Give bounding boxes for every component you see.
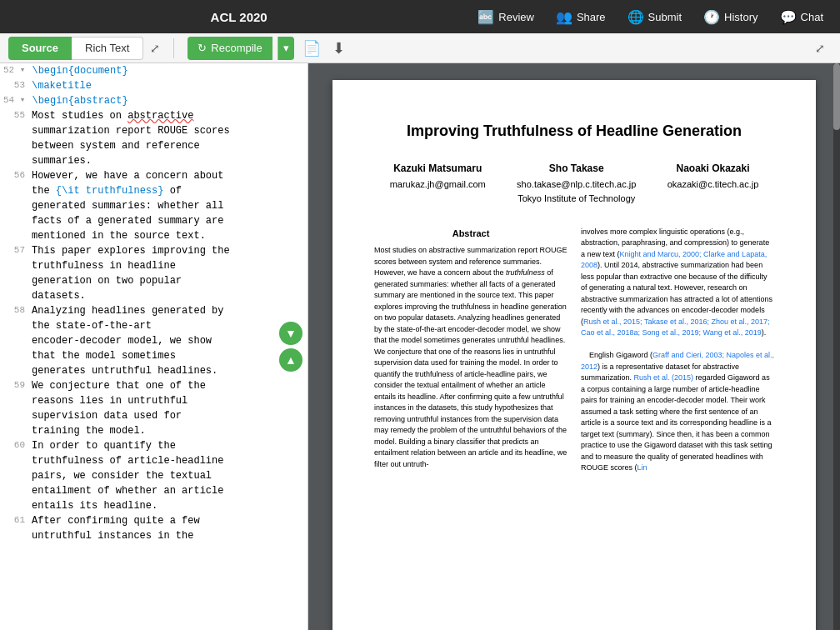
line-number: 59 [0, 378, 32, 438]
line-text: \maketitle [32, 78, 308, 93]
history-button[interactable]: 🕐 History [695, 6, 766, 28]
submit-label: Submit [648, 11, 682, 23]
author-2-name: Sho Takase [517, 161, 636, 177]
recompile-icon: ↻ [198, 42, 207, 54]
line-text: We conjecture that one of the reasons li… [32, 378, 308, 438]
author-2: Sho Takase sho.takase@nlp.c.titech.ac.jp… [517, 161, 636, 206]
author-3-email: okazaki@c.titech.ac.jp [668, 178, 759, 192]
source-line: 61After confirming quite a few untruthfu… [0, 513, 308, 543]
review-label: Review [498, 11, 534, 23]
source-line: 60In order to quantify the truthfulness … [0, 438, 308, 513]
line-number: 61 [0, 513, 32, 543]
source-editor[interactable]: 52 ▾\begin{document}53\maketitle54 ▾\beg… [0, 63, 308, 630]
history-label: History [724, 11, 758, 23]
abstract-left-text: Most studies on abstractive summarizatio… [374, 245, 568, 470]
pdf-panel: Improving Truthfulness of Headline Gener… [308, 63, 840, 630]
new-file-button[interactable]: 📄 [299, 36, 324, 61]
pdf-scrollbar[interactable] [833, 63, 840, 630]
nav-buttons: 🔤 Review 👥 Share 🌐 Submit 🕐 History 💬 Ch… [469, 6, 832, 28]
history-icon: 🕐 [703, 9, 720, 25]
app-title: ACL 2020 [8, 10, 469, 24]
main-content: 52 ▾\begin{document}53\maketitle54 ▾\beg… [0, 63, 840, 630]
tab-richtext[interactable]: Rich Text [72, 37, 143, 60]
author-2-email: sho.takase@nlp.c.titech.ac.jp [517, 178, 636, 192]
line-text: \begin{abstract} [32, 93, 308, 108]
line-number: 55 [0, 108, 32, 168]
submit-icon: 🌐 [628, 9, 644, 25]
authors-section: Kazuki Matsumaru marukaz.jh@gmail.com Sh… [374, 161, 774, 206]
compile-section: ↻ Recompile ▾ 📄 ⬇ ⤢ [179, 36, 840, 61]
recompile-label: Recompile [211, 42, 262, 54]
line-text: Most studies on abstractive summarizatio… [32, 108, 308, 168]
source-panel: 52 ▾\begin{document}53\maketitle54 ▾\beg… [0, 63, 308, 630]
line-text: After confirming quite a few untruthful … [32, 513, 308, 543]
source-line: 57This paper explores improving the trut… [0, 243, 308, 303]
review-icon: 🔤 [478, 9, 494, 25]
scroll-down-arrow[interactable]: ▼ [279, 322, 302, 345]
author-1-name: Kazuki Matsumaru [390, 161, 486, 177]
scroll-arrows: ▼ ▲ [279, 322, 302, 372]
author-3-name: Naoaki Okazaki [668, 161, 759, 177]
line-number: 60 [0, 438, 32, 513]
source-line: 56However, we have a concern about the {… [0, 168, 308, 243]
source-line: 55Most studies on abstractive summarizat… [0, 108, 308, 168]
toolbar-divider [173, 38, 174, 58]
line-text: \begin{document} [32, 63, 308, 78]
line-number: 53 [0, 78, 32, 93]
line-number: 57 [0, 243, 32, 303]
expand-editor-icon[interactable]: ⤢ [150, 42, 160, 55]
chat-icon: 💬 [780, 9, 797, 25]
line-text: In order to quantify the truthfulness of… [32, 438, 308, 513]
submit-button[interactable]: 🌐 Submit [619, 6, 690, 28]
pdf-page: Improving Truthfulness of Headline Gener… [332, 80, 816, 630]
scroll-up-arrow[interactable]: ▲ [279, 348, 302, 372]
author-2-affil: Tokyo Institute of Technology [517, 192, 636, 207]
recompile-dropdown-button[interactable]: ▾ [278, 37, 294, 60]
tab-source[interactable]: Source [8, 37, 72, 60]
abstract-title: Abstract [374, 227, 568, 241]
line-number: 52 ▾ [0, 63, 32, 78]
pdf-scrollbar-thumb[interactable] [833, 63, 840, 130]
download-button[interactable]: ⬇ [329, 36, 348, 61]
topbar: ACL 2020 🔤 Review 👥 Share 🌐 Submit 🕐 His… [0, 0, 840, 33]
abstract-col-right: involves more complex linguistic operati… [581, 227, 774, 474]
line-number: 56 [0, 168, 32, 243]
source-tabs: Source Rich Text ⤢ [0, 33, 168, 62]
pdf-title: Improving Truthfulness of Headline Gener… [374, 122, 774, 141]
source-line: 58Analyzing headlines generated by the s… [0, 303, 308, 378]
author-1: Kazuki Matsumaru marukaz.jh@gmail.com [390, 161, 486, 206]
line-text: However, we have a concern about the {\i… [32, 168, 308, 243]
line-text: Analyzing headlines generated by the sta… [32, 303, 308, 378]
review-button[interactable]: 🔤 Review [469, 6, 542, 28]
recompile-button[interactable]: ↻ Recompile [188, 37, 272, 60]
toolbar: Source Rich Text ⤢ ↻ Recompile ▾ 📄 ⬇ ⤢ [0, 33, 840, 63]
expand-pdf-icon[interactable]: ⤢ [808, 38, 832, 58]
line-number: 58 [0, 303, 32, 378]
line-text: This paper explores improving the truthf… [32, 243, 308, 303]
source-line: 59We conjecture that one of the reasons … [0, 378, 308, 438]
source-line: 52 ▾\begin{document} [0, 63, 308, 78]
source-line: 53\maketitle [0, 78, 308, 93]
abstract-col-left: Abstract Most studies on abstractive sum… [374, 227, 568, 474]
line-number: 54 ▾ [0, 93, 32, 108]
author-3: Naoaki Okazaki okazaki@c.titech.ac.jp [668, 161, 759, 206]
chat-button[interactable]: 💬 Chat [772, 6, 832, 28]
author-1-email: marukaz.jh@gmail.com [390, 178, 486, 192]
abstract-right-text: involves more complex linguistic operati… [581, 227, 774, 474]
chat-label: Chat [801, 11, 823, 23]
share-button[interactable]: 👥 Share [548, 6, 614, 28]
share-icon: 👥 [556, 9, 572, 25]
share-label: Share [577, 11, 606, 23]
source-line: 54 ▾\begin{abstract} [0, 93, 308, 108]
abstract-section: Abstract Most studies on abstractive sum… [374, 227, 774, 474]
